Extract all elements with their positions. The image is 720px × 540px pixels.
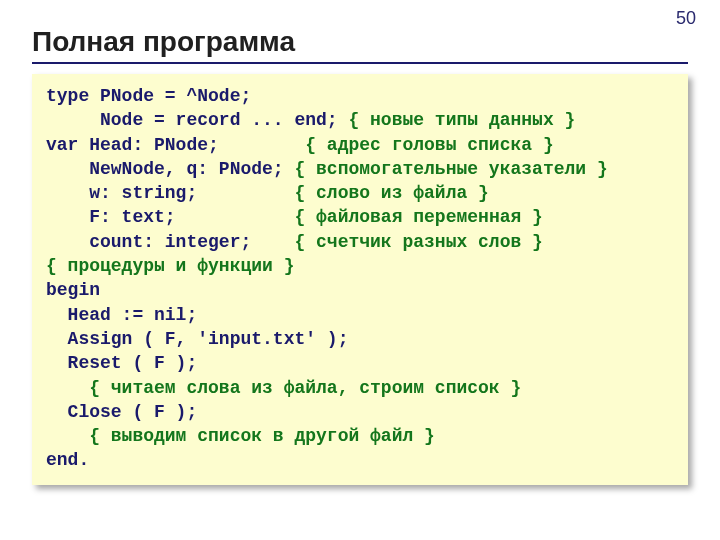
code-comment: { процедуры и функции } bbox=[46, 256, 294, 276]
page-number: 50 bbox=[676, 8, 696, 29]
code-line: end. bbox=[46, 450, 89, 470]
code-comment: { адрес головы списка } bbox=[219, 135, 554, 155]
code-comment: { новые типы данных } bbox=[338, 110, 576, 130]
code-line: Node = record ... end; bbox=[46, 110, 338, 130]
code-line: type PNode = ^Node; bbox=[46, 86, 251, 106]
code-comment: { счетчик разных слов } bbox=[251, 232, 543, 252]
code-line: Head := nil; bbox=[46, 305, 197, 325]
code-line: Close ( F ); bbox=[46, 402, 197, 422]
code-line: begin bbox=[46, 280, 100, 300]
code-block: type PNode = ^Node; Node = record ... en… bbox=[32, 74, 688, 485]
slide-title: Полная программа bbox=[32, 26, 295, 58]
code-line: NewNode, q: PNode; bbox=[46, 159, 284, 179]
code-line: Assign ( F, 'input.txt' ); bbox=[46, 329, 348, 349]
code-comment: { файловая переменная } bbox=[176, 207, 543, 227]
code-line: w: string; bbox=[46, 183, 197, 203]
code-line: var Head: PNode; bbox=[46, 135, 219, 155]
code-comment: { читаем слова из файла, строим список } bbox=[46, 378, 521, 398]
slide: 50 Полная программа type PNode = ^Node; … bbox=[0, 0, 720, 540]
code-line: count: integer; bbox=[46, 232, 251, 252]
code-comment: { выводим список в другой файл } bbox=[46, 426, 435, 446]
code-comment: { слово из файла } bbox=[197, 183, 489, 203]
code-comment: { вспомогательные указатели } bbox=[284, 159, 608, 179]
code-line: F: text; bbox=[46, 207, 176, 227]
title-rule bbox=[32, 62, 688, 64]
code-line: Reset ( F ); bbox=[46, 353, 197, 373]
